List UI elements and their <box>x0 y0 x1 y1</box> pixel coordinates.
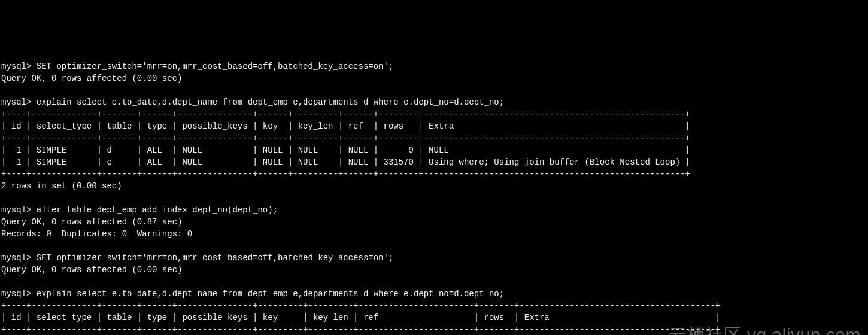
prompt: mysql> <box>1 98 37 107</box>
query-result-msg: Query OK, 0 rows affected (0.87 sec) <box>1 217 182 227</box>
query-result-msg: Query OK, 0 rows affected (0.00 sec) <box>1 265 182 275</box>
table-border: +----+-------------+-------+------+-----… <box>1 133 690 143</box>
prompt: mysql> <box>1 205 37 215</box>
table-border: +----+-------------+-------+------+-----… <box>1 169 690 179</box>
table-header: | id | select_type | table | type | poss… <box>1 121 690 131</box>
sql-command: SET optimizer_switch='mrr=on,mrr_cost_ba… <box>37 253 394 263</box>
prompt: mysql> <box>1 253 37 263</box>
rows-in-set-msg: 2 rows in set (0.00 sec) <box>1 181 122 191</box>
sql-command: alter table dept_emp add index dept_no(d… <box>37 205 278 215</box>
table-header: | id | select_type | table | type | poss… <box>1 313 720 322</box>
table-row: | 1 | SIMPLE | e | ALL | NULL | NULL | N… <box>1 157 690 167</box>
prompt: mysql> <box>1 62 37 71</box>
table-border: +----+-------------+-------+------+-----… <box>1 109 690 119</box>
records-msg: Records: 0 Duplicates: 0 Warnings: 0 <box>1 229 192 239</box>
prompt: mysql> <box>1 289 37 299</box>
table-border: +----+-------------+-------+------+-----… <box>1 301 720 310</box>
table-row: | 1 | SIMPLE | d | ALL | NULL | NULL | N… <box>1 145 690 155</box>
sql-command: SET optimizer_switch='mrr=on,mrr_cost_ba… <box>37 62 394 71</box>
table-border: +----+-------------+-------+------+-----… <box>1 325 720 334</box>
query-result-msg: Query OK, 0 rows affected (0.00 sec) <box>1 74 182 83</box>
sql-command: explain select e.to_date,d.dept_name fro… <box>37 289 504 299</box>
terminal-output: mysql> SET optimizer_switch='mrr=on,mrr_… <box>0 60 868 335</box>
sql-command: explain select e.to_date,d.dept_name fro… <box>37 98 504 107</box>
